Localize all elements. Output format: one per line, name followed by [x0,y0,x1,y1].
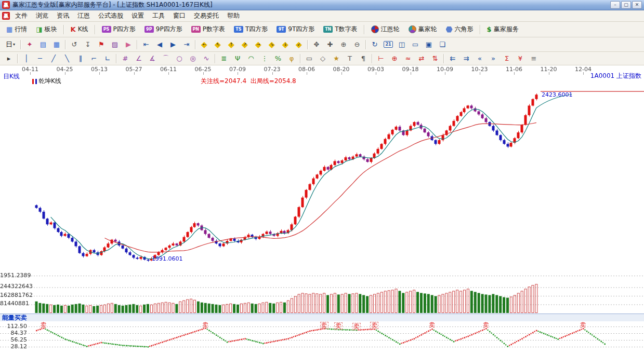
prev-bar-button[interactable]: ◀ [153,38,166,50]
menu-item-view[interactable]: 浏览 [32,10,52,21]
circle-button[interactable]: ○ [173,52,186,64]
menu-item-formula-stock-pick[interactable]: 公式选股 [94,10,127,21]
gann-diamond-w-button[interactable]: ◆← [198,38,211,50]
menu-item-news[interactable]: 资讯 [52,10,73,21]
report-button[interactable]: ▭ [409,38,422,50]
polygon-button[interactable]: ◇ [316,52,330,64]
wave-button[interactable]: ≈ [401,52,415,64]
indicator-title[interactable]: 能量买卖 [2,314,27,321]
pointer-button[interactable]: ▸ [2,52,16,64]
first-bar-button[interactable]: ⇤ [139,38,153,50]
spiral-button[interactable]: ∿ [200,52,213,64]
nine-p-square-button[interactable]: 9P9P四方形 [140,23,187,36]
menu-item-trade[interactable]: 交易委托 [190,10,223,21]
fib-fan-button[interactable]: Ψ [231,52,244,64]
play-button[interactable]: ▶ [122,38,135,50]
save-button[interactable]: ▣ [422,38,436,50]
gann-diamond-sw-button[interactable]: ◆↙ [292,38,306,50]
golden-section-button[interactable]: φ [285,52,298,64]
fib-lines-button[interactable]: ≣ [217,52,231,64]
flag-button[interactable]: ⚑ [95,38,108,50]
gann-diamond-ne-button[interactable]: ◆↗ [238,38,252,50]
menu-item-settings[interactable]: 设置 [127,10,148,21]
sectors-button[interactable]: ◨板块 [32,23,61,36]
indicator-settings-button[interactable]: ≡ [527,52,541,64]
zoom-out-button[interactable]: ⊖ [350,38,364,50]
concentric-circles-button[interactable]: ◎ [186,52,200,64]
fib-arc-button[interactable]: ◠ [244,52,258,64]
chart-panel-button[interactable]: ◫ [395,38,409,50]
compass-button[interactable]: ✦ [23,38,36,50]
gann-wheel-button[interactable]: 江恩轮 [367,23,404,36]
menu-item-gann[interactable]: 江恩 [73,10,94,21]
winner-service-button[interactable]: $赢家服务 [483,23,523,36]
maximize-button[interactable]: ▢ [621,1,631,9]
trend-line-up-button[interactable]: ╱ [47,52,60,64]
menu-item-file[interactable]: 文件 [11,10,32,21]
close-button[interactable]: ✕ [632,1,642,9]
period-selector-button[interactable]: 日▾ [2,38,19,50]
calendar-21-button[interactable]: 21 [382,38,395,50]
measure-button[interactable]: ⊢ [374,52,388,64]
segment-button[interactable]: ∟ [101,52,114,64]
chart-canvas[interactable] [0,65,644,354]
quotes-button[interactable]: ▦行情 [2,23,31,36]
text-tool-button[interactable]: T [343,52,357,64]
measure-icon: ⊢ [378,55,384,62]
winner-wheel-button[interactable]: 赢家轮 [404,23,441,36]
note-button[interactable]: ¶ [357,52,370,64]
gann-angle-button[interactable]: ∡ [146,52,159,64]
star-button[interactable]: ★ [330,52,343,64]
t-square-button[interactable]: TST四方形 [230,23,272,36]
statistics-button[interactable]: Σ [500,52,514,64]
last-bar-button[interactable]: ⇥ [180,38,193,50]
hexagon-button[interactable]: 六角形 [442,23,478,36]
page-forward-button[interactable]: ⇉ [459,52,473,64]
minimize-button[interactable]: – [610,1,620,9]
palette-button[interactable]: ▨ [108,38,122,50]
gann-diamond-s-button[interactable]: ◆↓ [279,38,292,50]
percent-lines-button[interactable]: % [271,52,285,64]
layout-button[interactable]: ❏ [436,38,449,50]
crosshair-button[interactable]: ✚ [323,38,337,50]
shift-right-button[interactable]: » [487,52,500,64]
price-mark-button[interactable]: ¥ [514,52,527,64]
t-number-table-button[interactable]: TNT数字表 [319,23,361,36]
gann-diamond-se-button[interactable]: ◆↘ [265,38,279,50]
page-back-button[interactable]: ⇇ [446,52,459,64]
gann-diamond-e-button[interactable]: ◆→ [252,38,265,50]
mirror-horizontal-button[interactable]: ⇄ [415,52,428,64]
vertical-line-button[interactable]: │ [20,52,33,64]
horizontal-line-button[interactable]: ─ [33,52,47,64]
channel-button[interactable]: ‖ [74,52,87,64]
arc-button[interactable]: ⌒ [159,52,173,64]
rectangle-button[interactable]: ▭ [303,52,316,64]
zoom-in-button[interactable]: ⊕ [337,38,350,50]
gann-grid-button[interactable]: # [119,52,132,64]
quote-page-button[interactable]: ▤ [36,38,50,50]
t-number-table-icon: TN [323,26,333,33]
gann-fan-button[interactable]: ∠ [132,52,146,64]
qiankun-kline-selector[interactable]: 乾坤K线 [32,77,61,86]
gann-diamond-n-button[interactable]: ◆↑ [225,38,238,50]
trend-line-down-button[interactable]: ╲ [60,52,74,64]
board-page-button[interactable]: ▦ [50,38,63,50]
undo-button[interactable]: ↺ [68,38,81,50]
export-button[interactable]: ↧ [81,38,95,50]
pan-hand-button[interactable]: ✥ [310,38,323,50]
mirror-vertical-button[interactable]: ⇅ [428,52,442,64]
next-bar-button[interactable]: ▶ [166,38,180,50]
ray-line-button[interactable]: ⌐ [87,52,101,64]
refresh-button[interactable]: ↻ [368,38,382,50]
menu-item-help[interactable]: 帮助 [223,10,244,21]
cycle-button[interactable]: ⊕ [388,52,401,64]
fib-timezone-button[interactable]: ⋮ [258,52,271,64]
menu-item-tools[interactable]: 工具 [148,10,169,21]
shift-left-button[interactable]: « [473,52,487,64]
nine-t-square-button[interactable]: 9T9T四方形 [272,23,319,36]
gann-diamond-nw-button[interactable]: ◆↖ [211,38,225,50]
kline-button[interactable]: KK线 [67,23,93,36]
p-number-table-button[interactable]: PNP数字表 [187,23,229,36]
p-square-button[interactable]: PSP四方形 [98,23,140,36]
menu-item-window[interactable]: 窗口 [169,10,190,21]
